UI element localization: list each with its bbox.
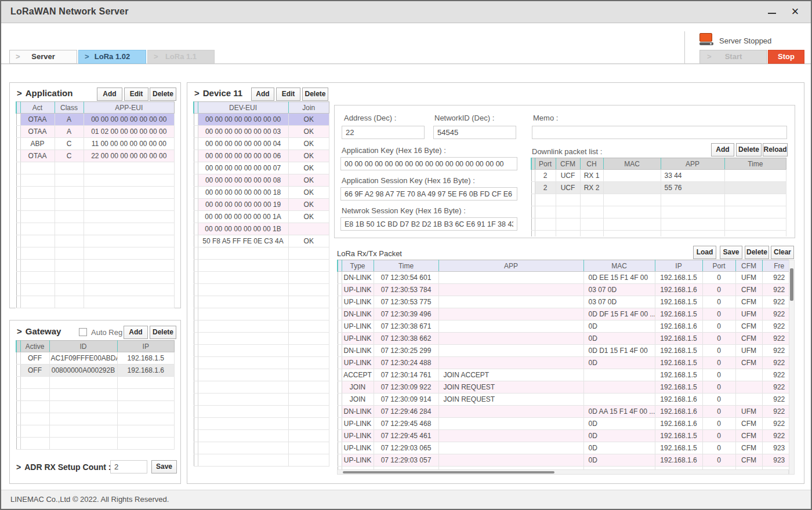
table-row[interactable]: 50 F8 A5 FF FE 0E C3 4AOK: [194, 235, 329, 247]
tab-lora11[interactable]: > LoRa 1.1: [147, 50, 215, 64]
minimize-icon[interactable]: [762, 1, 782, 23]
downlink-delete-button[interactable]: Delete: [736, 143, 762, 156]
device-edit-button[interactable]: Edit: [276, 88, 300, 101]
table-row[interactable]: 00 00 00 00 00 00 00 03OK: [194, 126, 329, 138]
cell: [198, 357, 288, 369]
table-row[interactable]: ACCEPT07 12:30:14 761JOIN ACCEPT 192.168…: [338, 369, 789, 381]
downlink-reload-button[interactable]: Reload: [763, 143, 788, 156]
table-row[interactable]: UP-LINK07 12:30:38 671 0D192.168.1.60CFM…: [338, 320, 789, 333]
table-row[interactable]: JOIN07 12:30:09 922JOIN REQUEST 192.168.…: [338, 381, 789, 394]
table-row[interactable]: OTAAC22 00 00 00 00 00 00 00: [16, 150, 175, 162]
appkey-input[interactable]: [340, 157, 517, 170]
column-header[interactable]: Type: [342, 260, 374, 272]
table-row[interactable]: 00 00 00 00 00 00 00 08OK: [194, 174, 329, 187]
appskey-input[interactable]: [340, 187, 517, 201]
application-add-button[interactable]: Add: [97, 88, 122, 101]
column-header[interactable]: Time: [724, 158, 786, 170]
horizontal-scrollbar-thumb[interactable]: [343, 471, 554, 473]
column-header[interactable]: DEV-EUI: [198, 102, 288, 114]
table-row[interactable]: ABPC11 00 00 00 00 00 00 00: [16, 138, 175, 150]
application-edit-button[interactable]: Edit: [124, 88, 148, 101]
tab-server[interactable]: > Server: [9, 50, 77, 64]
table-row[interactable]: DN-LINK07 12:29:46 284 0D AA 15 F1 4F 00…: [338, 406, 789, 418]
table-row[interactable]: UP-LINK07 12:29:03 057 0D192.168.1.60CFM…: [338, 454, 789, 467]
table-row[interactable]: UP-LINK07 12:30:53 784 03 07 0D192.168.1…: [338, 284, 789, 296]
cell: CFM: [735, 333, 762, 345]
horizontal-scrollbar[interactable]: [337, 469, 789, 475]
memo-input[interactable]: [532, 126, 787, 139]
application-delete-button[interactable]: Delete: [150, 88, 176, 101]
column-header[interactable]: APP: [438, 260, 583, 272]
cell: 07 12:30:54 601: [374, 272, 438, 284]
rxtx-load-button[interactable]: Load: [693, 246, 716, 259]
cell: [84, 235, 175, 247]
cell: UCF: [556, 170, 580, 182]
table-row[interactable]: JOIN07 12:30:09 914JOIN REQUEST 192.168.…: [338, 394, 789, 406]
table-row[interactable]: 00 00 00 00 00 00 00 04OK: [194, 138, 329, 150]
column-header[interactable]: APP: [661, 158, 724, 170]
table-row[interactable]: DN-LINK07 12:30:39 496 0D DF 15 F1 4F 00…: [338, 308, 789, 320]
column-header[interactable]: APP-EUI: [84, 102, 175, 114]
column-header[interactable]: Class: [55, 102, 84, 114]
cell: [20, 260, 55, 272]
downlink-add-button[interactable]: Add: [711, 143, 734, 156]
column-header[interactable]: Fre: [762, 260, 789, 272]
table-row[interactable]: 00 00 00 00 00 00 00 06OK: [194, 150, 329, 162]
column-header[interactable]: Port: [702, 260, 735, 272]
auto-reg-checkbox[interactable]: [79, 328, 87, 336]
column-header[interactable]: IP: [655, 260, 702, 272]
column-header[interactable]: CFM: [735, 260, 762, 272]
table-row[interactable]: OFFAC1F09FFFE00ABDA192.168.1.5: [16, 352, 175, 365]
table-row[interactable]: OTAAA01 02 00 00 00 00 00 00: [16, 126, 175, 138]
table-row[interactable]: 00 00 00 00 00 00 00 1AOK: [194, 211, 329, 223]
column-header[interactable]: MAC: [583, 260, 655, 272]
start-button[interactable]: > Start: [699, 50, 767, 64]
table-row[interactable]: UP-LINK07 12:30:38 662 0D192.168.1.50CFM…: [338, 333, 789, 345]
table-row[interactable]: OFF00800000A000292B192.168.1.6: [16, 365, 175, 377]
column-header[interactable]: Port: [535, 158, 556, 170]
device-delete-button[interactable]: Delete: [302, 88, 328, 101]
table-row[interactable]: 00 00 00 00 00 00 00 18OK: [194, 187, 329, 199]
table-row[interactable]: UP-LINK07 12:29:03 065 0D192.168.1.50CFM…: [338, 442, 789, 454]
table-row[interactable]: 00 00 00 00 00 00 00 07OK: [194, 162, 329, 174]
rxtx-clear-button[interactable]: Clear: [771, 246, 794, 259]
column-header[interactable]: Time: [374, 260, 438, 272]
close-icon[interactable]: ×: [785, 1, 805, 23]
device-add-button[interactable]: Add: [251, 88, 274, 101]
column-header[interactable]: CFM: [556, 158, 580, 170]
table-row[interactable]: UP-LINK07 12:29:45 461 0D192.168.1.50CFM…: [338, 430, 789, 442]
table-row[interactable]: 00 00 00 00 00 00 00 1B: [194, 223, 329, 235]
gateway-add-button[interactable]: Add: [124, 326, 148, 339]
table-row[interactable]: 2UCFRX 1 33 44: [531, 170, 786, 182]
address-input[interactable]: [342, 126, 425, 139]
adr-count-input[interactable]: [110, 460, 147, 473]
table-row[interactable]: 00 00 00 00 00 00 00 00OK: [194, 114, 329, 126]
table-row[interactable]: UP-LINK07 12:29:45 468 0D192.168.1.60CFM…: [338, 418, 789, 430]
column-header[interactable]: CH: [580, 158, 603, 170]
vertical-scrollbar-thumb[interactable]: [790, 268, 793, 301]
table-row[interactable]: 2UCFRX 2 55 76: [531, 182, 786, 194]
column-header[interactable]: Active: [20, 341, 49, 352]
table-row[interactable]: DN-LINK07 12:30:25 299 0D D1 15 F1 4F 00…: [338, 345, 789, 357]
table-row[interactable]: UP-LINK07 12:30:24 488 0D192.168.1.50CFM…: [338, 357, 789, 369]
vertical-scrollbar[interactable]: [789, 260, 795, 475]
networkid-input[interactable]: [433, 126, 516, 139]
rxtx-save-button[interactable]: Save: [720, 246, 742, 259]
rxtx-delete-button[interactable]: Delete: [745, 246, 769, 259]
column-header[interactable]: Act: [20, 102, 55, 114]
stop-button[interactable]: Stop: [768, 50, 804, 64]
column-header[interactable]: MAC: [603, 158, 661, 170]
column-header[interactable]: ID: [49, 341, 117, 352]
table-row[interactable]: OTAAA00 00 00 00 00 00 00 00: [16, 114, 175, 126]
table-row[interactable]: UP-LINK07 12:30:53 775 03 07 0D192.168.1…: [338, 296, 789, 308]
nwkskey-input[interactable]: [340, 217, 517, 231]
gateway-delete-button[interactable]: Delete: [150, 326, 176, 339]
tab-lora102[interactable]: > LoRa 1.02: [78, 50, 146, 64]
column-header[interactable]: IP: [117, 341, 175, 352]
row-indicator: [194, 247, 198, 260]
column-header[interactable]: Join: [288, 102, 329, 114]
adr-save-button[interactable]: Save: [151, 460, 177, 473]
row-indicator: [194, 454, 198, 467]
table-row[interactable]: 00 00 00 00 00 00 00 19OK: [194, 199, 329, 211]
table-row[interactable]: DN-LINK07 12:30:54 601 0D EE 15 F1 4F 00…: [338, 272, 789, 284]
